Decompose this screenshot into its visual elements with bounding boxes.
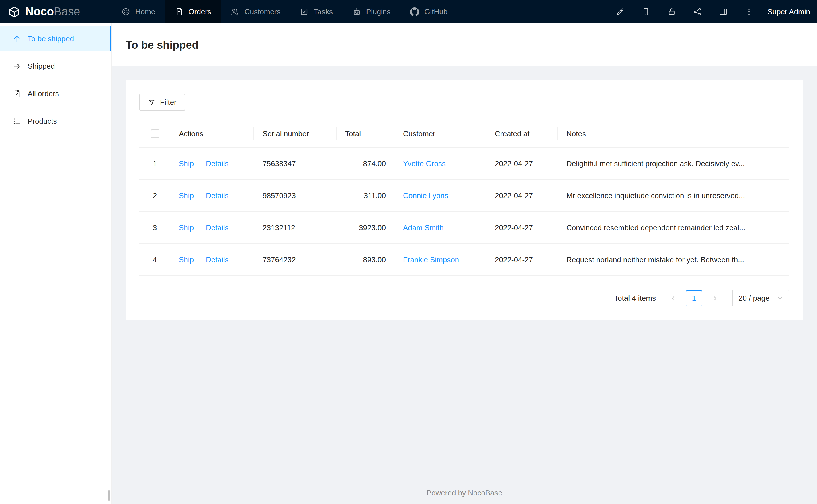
sidebar-item-products[interactable]: Products <box>0 108 111 133</box>
details-link[interactable]: Details <box>206 223 229 232</box>
customers-people-icon <box>231 7 240 16</box>
page-number-button[interactable]: 1 <box>686 290 702 306</box>
select-all-header <box>139 120 170 147</box>
more-ellipsis-icon[interactable] <box>736 0 762 23</box>
table-row: 3 ShipDetails 23132112 3923.00 Adam Smit… <box>139 212 790 244</box>
filter-button[interactable]: Filter <box>139 94 185 111</box>
total-cell: 3923.00 <box>337 212 394 244</box>
page-title: To be shipped <box>125 39 198 51</box>
sidebar-item-label: Shipped <box>27 62 55 70</box>
nav-item-label: Orders <box>188 7 211 16</box>
orders-card: Filter Actions Serial number Total Custo… <box>125 80 803 320</box>
sidebar-item-label: To be shipped <box>27 34 74 43</box>
table-header-row: Actions Serial number Total Customer Cre… <box>139 120 790 147</box>
nav-item-github[interactable]: GitHub <box>400 0 457 23</box>
sidebar-item-all-orders[interactable]: All orders <box>0 81 111 106</box>
nav-item-tasks[interactable]: Tasks <box>290 0 343 23</box>
row-index: 4 <box>139 244 170 276</box>
nav-item-label: Customers <box>245 7 281 16</box>
chevron-right-icon <box>712 295 718 302</box>
details-link[interactable]: Details <box>206 191 229 200</box>
notes-cell: Convinced resembled dependent remainder … <box>558 212 790 244</box>
file-done-icon <box>13 89 21 98</box>
row-index: 2 <box>139 180 170 212</box>
check-square-icon <box>300 7 309 16</box>
navbar-tools: Super Admin <box>607 0 817 23</box>
content-shell: To be shipped Shipped All orders Product… <box>0 23 817 504</box>
robot-icon <box>352 7 361 16</box>
customer-cell: Connie Lyons <box>394 180 486 212</box>
smile-icon <box>121 7 130 16</box>
customer-link[interactable]: Adam Smith <box>403 223 444 232</box>
page-size-select[interactable]: 20 / page <box>732 290 790 306</box>
nav-item-customers[interactable]: Customers <box>221 0 290 23</box>
nav-item-label: Tasks <box>314 7 333 16</box>
customer-link[interactable]: Frankie Simpson <box>403 255 459 264</box>
actions-cell: ShipDetails <box>170 147 254 180</box>
orders-table: Actions Serial number Total Customer Cre… <box>139 120 790 276</box>
table-row: 4 ShipDetails 73764232 893.00 Frankie Si… <box>139 244 790 276</box>
next-page-button[interactable] <box>707 290 723 306</box>
nav-item-home[interactable]: Home <box>112 0 165 23</box>
row-index: 1 <box>139 147 170 180</box>
customer-cell: Yvette Gross <box>394 147 486 180</box>
row-index: 3 <box>139 212 170 244</box>
nav-item-label: Home <box>135 7 155 16</box>
customer-link[interactable]: Yvette Gross <box>403 159 446 168</box>
ship-link[interactable]: Ship <box>179 159 194 168</box>
github-icon <box>410 7 419 16</box>
filter-button-label: Filter <box>160 98 176 107</box>
customer-cell: Frankie Simpson <box>394 244 486 276</box>
nav-item-plugins[interactable]: Plugins <box>343 0 400 23</box>
serial-number-cell: 75638347 <box>254 147 337 180</box>
table-body: 1 ShipDetails 75638347 874.00 Yvette Gro… <box>139 147 790 276</box>
column-header-serial: Serial number <box>254 120 337 147</box>
sidebar-item-shipped[interactable]: Shipped <box>0 53 111 78</box>
nocobase-logo-icon <box>8 5 21 18</box>
ship-link[interactable]: Ship <box>179 191 194 200</box>
page-header: To be shipped <box>112 23 817 66</box>
prev-page-button[interactable] <box>665 290 681 306</box>
column-header-notes: Notes <box>558 120 790 147</box>
created-at-cell: 2022-04-27 <box>486 244 558 276</box>
ui-editor-pen-icon[interactable] <box>607 0 633 23</box>
arrow-right-icon <box>13 62 21 70</box>
mobile-preview-icon[interactable] <box>633 0 659 23</box>
action-divider <box>199 225 200 232</box>
app-root: NocoBase Home Orders Customers <box>0 0 817 504</box>
app-logo-text: NocoBase <box>25 5 80 18</box>
nav-item-label: Plugins <box>366 7 390 16</box>
funnel-icon <box>148 99 155 106</box>
orders-file-icon <box>174 7 183 16</box>
ship-link[interactable]: Ship <box>179 255 194 264</box>
actions-cell: ShipDetails <box>170 244 254 276</box>
details-link[interactable]: Details <box>206 159 229 168</box>
total-cell: 893.00 <box>337 244 394 276</box>
action-divider <box>199 257 200 264</box>
action-divider <box>199 161 200 168</box>
details-link[interactable]: Details <box>206 255 229 264</box>
lock-icon[interactable] <box>659 0 684 23</box>
select-all-checkbox[interactable] <box>150 129 159 138</box>
notes-cell: Delightful met sufficient projection ask… <box>558 147 790 180</box>
nav-item-orders[interactable]: Orders <box>165 0 221 23</box>
column-header-total: Total <box>337 120 394 147</box>
column-header-customer: Customer <box>394 120 486 147</box>
app-logo[interactable]: NocoBase <box>0 0 112 23</box>
sidebar-scrollbar[interactable] <box>108 490 110 501</box>
nav-item-label: GitHub <box>424 7 447 16</box>
sidebar-item-to-be-shipped[interactable]: To be shipped <box>0 26 111 51</box>
ship-link[interactable]: Ship <box>179 223 194 232</box>
table-row: 1 ShipDetails 75638347 874.00 Yvette Gro… <box>139 147 790 180</box>
customer-cell: Adam Smith <box>394 212 486 244</box>
customer-link[interactable]: Connie Lyons <box>403 191 448 200</box>
arrow-up-icon <box>13 34 21 43</box>
actions-cell: ShipDetails <box>170 212 254 244</box>
column-header-actions: Actions <box>170 120 254 147</box>
layout-panel-icon[interactable] <box>710 0 736 23</box>
pagination: Total 4 items 1 20 / page <box>139 290 790 306</box>
user-menu[interactable]: Super Admin <box>767 7 810 16</box>
pagination-total: Total 4 items <box>614 294 656 302</box>
api-nodes-icon[interactable] <box>684 0 710 23</box>
action-divider <box>199 193 200 200</box>
